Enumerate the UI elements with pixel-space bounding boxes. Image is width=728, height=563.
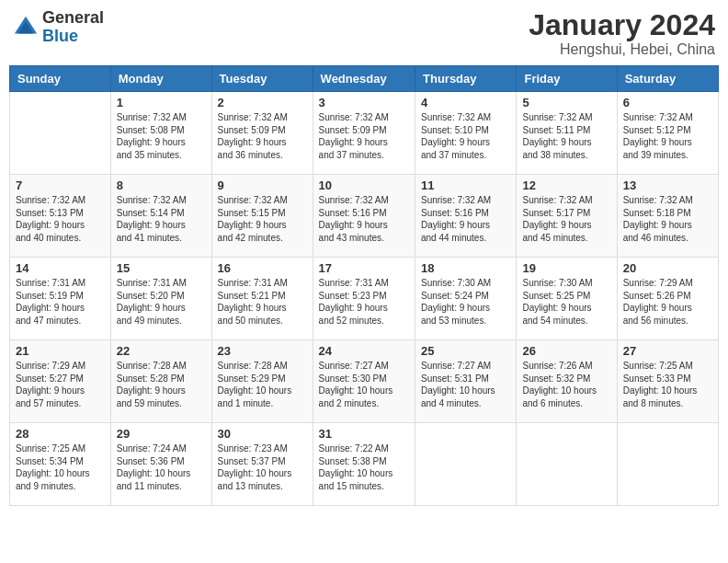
day-of-week-header: Sunday	[10, 66, 111, 92]
day-info: Sunrise: 7:32 AM Sunset: 5:11 PM Dayligh…	[522, 111, 610, 161]
day-number: 2	[218, 96, 307, 109]
calendar-cell: 5Sunrise: 7:32 AM Sunset: 5:11 PM Daylig…	[517, 92, 617, 175]
day-number: 1	[117, 96, 206, 109]
calendar-week-row: 28Sunrise: 7:25 AM Sunset: 5:34 PM Dayli…	[10, 423, 719, 506]
page-header: General Blue January 2024 Hengshui, Hebe…	[9, 9, 719, 58]
day-info: Sunrise: 7:32 AM Sunset: 5:08 PM Dayligh…	[117, 111, 206, 161]
calendar-cell: 14Sunrise: 7:31 AM Sunset: 5:19 PM Dayli…	[10, 258, 111, 340]
day-info: Sunrise: 7:26 AM Sunset: 5:32 PM Dayligh…	[522, 360, 610, 409]
calendar-cell: 9Sunrise: 7:32 AM Sunset: 5:15 PM Daylig…	[211, 175, 313, 258]
calendar-cell: 21Sunrise: 7:29 AM Sunset: 5:27 PM Dayli…	[10, 340, 111, 423]
calendar-cell: 27Sunrise: 7:25 AM Sunset: 5:33 PM Dayli…	[617, 340, 718, 423]
calendar-cell: 1Sunrise: 7:32 AM Sunset: 5:08 PM Daylig…	[110, 92, 211, 175]
calendar-cell: 29Sunrise: 7:24 AM Sunset: 5:36 PM Dayli…	[110, 423, 211, 506]
month-title: January 2024	[529, 9, 715, 41]
calendar-cell	[517, 423, 617, 506]
day-info: Sunrise: 7:32 AM Sunset: 5:09 PM Dayligh…	[319, 111, 409, 161]
day-of-week-header: Friday	[517, 66, 617, 92]
calendar-week-row: 14Sunrise: 7:31 AM Sunset: 5:19 PM Dayli…	[10, 258, 719, 340]
day-number: 8	[117, 178, 206, 192]
day-number: 5	[522, 96, 610, 109]
calendar-cell: 10Sunrise: 7:32 AM Sunset: 5:16 PM Dayli…	[313, 175, 415, 258]
calendar-cell: 26Sunrise: 7:26 AM Sunset: 5:32 PM Dayli…	[517, 340, 617, 423]
day-info: Sunrise: 7:32 AM Sunset: 5:18 PM Dayligh…	[623, 194, 712, 244]
calendar-cell: 7Sunrise: 7:32 AM Sunset: 5:13 PM Daylig…	[10, 175, 111, 258]
calendar-table: SundayMondayTuesdayWednesdayThursdayFrid…	[9, 65, 719, 506]
day-info: Sunrise: 7:31 AM Sunset: 5:20 PM Dayligh…	[117, 277, 206, 327]
day-number: 22	[117, 344, 206, 358]
day-info: Sunrise: 7:25 AM Sunset: 5:33 PM Dayligh…	[623, 360, 712, 409]
day-number: 28	[16, 427, 105, 441]
day-info: Sunrise: 7:32 AM Sunset: 5:10 PM Dayligh…	[421, 111, 510, 161]
day-number: 29	[117, 427, 206, 441]
calendar-cell: 3Sunrise: 7:32 AM Sunset: 5:09 PM Daylig…	[313, 92, 415, 175]
calendar-cell: 22Sunrise: 7:28 AM Sunset: 5:28 PM Dayli…	[110, 340, 211, 423]
day-info: Sunrise: 7:32 AM Sunset: 5:16 PM Dayligh…	[319, 194, 409, 244]
calendar-cell: 4Sunrise: 7:32 AM Sunset: 5:10 PM Daylig…	[415, 92, 517, 175]
day-info: Sunrise: 7:32 AM Sunset: 5:16 PM Dayligh…	[421, 194, 510, 244]
day-number: 12	[522, 178, 610, 192]
day-number: 31	[319, 427, 409, 441]
day-number: 6	[623, 96, 712, 109]
day-number: 20	[623, 261, 712, 275]
calendar-cell: 8Sunrise: 7:32 AM Sunset: 5:14 PM Daylig…	[110, 175, 211, 258]
calendar-cell	[415, 423, 517, 506]
calendar-cell	[10, 92, 111, 175]
calendar-week-row: 7Sunrise: 7:32 AM Sunset: 5:13 PM Daylig…	[10, 175, 719, 258]
calendar-cell: 11Sunrise: 7:32 AM Sunset: 5:16 PM Dayli…	[415, 175, 517, 258]
day-info: Sunrise: 7:32 AM Sunset: 5:17 PM Dayligh…	[522, 194, 610, 244]
day-info: Sunrise: 7:27 AM Sunset: 5:31 PM Dayligh…	[421, 360, 510, 409]
calendar-cell: 28Sunrise: 7:25 AM Sunset: 5:34 PM Dayli…	[10, 423, 111, 506]
calendar-cell: 20Sunrise: 7:29 AM Sunset: 5:26 PM Dayli…	[617, 258, 718, 340]
day-number: 4	[421, 96, 510, 109]
day-info: Sunrise: 7:27 AM Sunset: 5:30 PM Dayligh…	[319, 360, 409, 409]
day-number: 7	[16, 178, 105, 192]
day-number: 23	[218, 344, 307, 358]
day-number: 18	[421, 261, 510, 275]
day-number: 13	[623, 178, 712, 192]
day-info: Sunrise: 7:29 AM Sunset: 5:27 PM Dayligh…	[16, 360, 105, 409]
day-number: 3	[319, 96, 409, 109]
calendar-cell: 18Sunrise: 7:30 AM Sunset: 5:24 PM Dayli…	[415, 258, 517, 340]
day-number: 26	[522, 344, 610, 358]
calendar-cell: 6Sunrise: 7:32 AM Sunset: 5:12 PM Daylig…	[617, 92, 718, 175]
day-number: 15	[117, 261, 206, 275]
day-of-week-header: Thursday	[415, 66, 517, 92]
day-info: Sunrise: 7:31 AM Sunset: 5:19 PM Dayligh…	[16, 277, 105, 327]
logo-general: General	[42, 8, 104, 27]
day-of-week-header: Wednesday	[313, 66, 415, 92]
day-info: Sunrise: 7:31 AM Sunset: 5:23 PM Dayligh…	[319, 277, 409, 327]
location-subtitle: Hengshui, Hebei, China	[529, 41, 715, 58]
day-number: 10	[319, 178, 409, 192]
day-number: 25	[421, 344, 510, 358]
calendar-cell: 12Sunrise: 7:32 AM Sunset: 5:17 PM Dayli…	[517, 175, 617, 258]
logo-text: General Blue	[42, 9, 104, 46]
day-number: 11	[421, 178, 510, 192]
logo: General Blue	[13, 9, 104, 46]
logo-icon	[13, 15, 39, 40]
day-info: Sunrise: 7:24 AM Sunset: 5:36 PM Dayligh…	[117, 442, 206, 492]
day-info: Sunrise: 7:23 AM Sunset: 5:37 PM Dayligh…	[218, 442, 307, 492]
calendar-cell: 17Sunrise: 7:31 AM Sunset: 5:23 PM Dayli…	[313, 258, 415, 340]
day-info: Sunrise: 7:32 AM Sunset: 5:15 PM Dayligh…	[218, 194, 307, 244]
day-number: 14	[16, 261, 105, 275]
day-info: Sunrise: 7:31 AM Sunset: 5:21 PM Dayligh…	[218, 277, 307, 327]
calendar-cell: 23Sunrise: 7:28 AM Sunset: 5:29 PM Dayli…	[211, 340, 313, 423]
calendar-cell: 31Sunrise: 7:22 AM Sunset: 5:38 PM Dayli…	[313, 423, 415, 506]
day-info: Sunrise: 7:28 AM Sunset: 5:28 PM Dayligh…	[117, 360, 206, 409]
calendar-week-row: 21Sunrise: 7:29 AM Sunset: 5:27 PM Dayli…	[10, 340, 719, 423]
calendar-cell: 13Sunrise: 7:32 AM Sunset: 5:18 PM Dayli…	[617, 175, 718, 258]
day-of-week-header: Tuesday	[211, 66, 313, 92]
title-block: January 2024 Hengshui, Hebei, China	[529, 9, 715, 58]
calendar-cell: 30Sunrise: 7:23 AM Sunset: 5:37 PM Dayli…	[211, 423, 313, 506]
day-info: Sunrise: 7:29 AM Sunset: 5:26 PM Dayligh…	[623, 277, 712, 327]
day-number: 27	[623, 344, 712, 358]
day-info: Sunrise: 7:28 AM Sunset: 5:29 PM Dayligh…	[218, 360, 307, 409]
calendar-cell: 19Sunrise: 7:30 AM Sunset: 5:25 PM Dayli…	[517, 258, 617, 340]
day-info: Sunrise: 7:32 AM Sunset: 5:09 PM Dayligh…	[218, 111, 307, 161]
day-number: 16	[218, 261, 307, 275]
day-info: Sunrise: 7:25 AM Sunset: 5:34 PM Dayligh…	[16, 442, 105, 492]
day-info: Sunrise: 7:30 AM Sunset: 5:25 PM Dayligh…	[522, 277, 610, 327]
calendar-cell: 15Sunrise: 7:31 AM Sunset: 5:20 PM Dayli…	[110, 258, 211, 340]
day-number: 21	[16, 344, 105, 358]
